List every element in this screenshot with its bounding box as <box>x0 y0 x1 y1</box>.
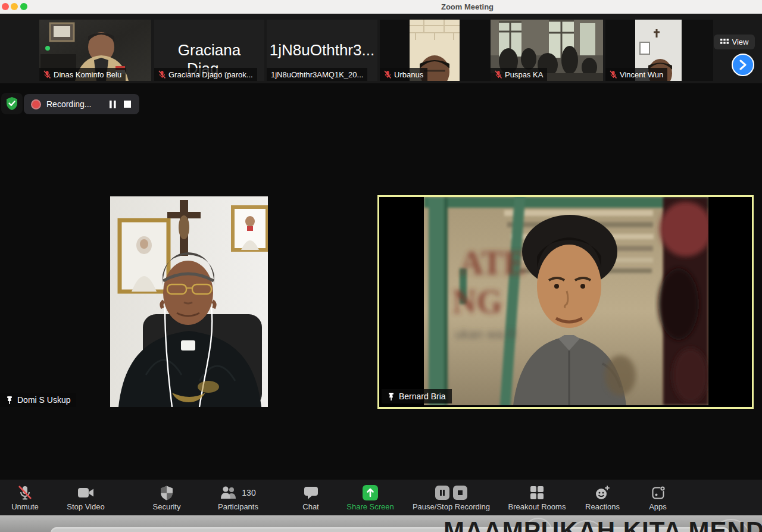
macos-titlebar: Zoom Meeting <box>0 0 762 14</box>
svg-text:NG: NG <box>452 283 502 320</box>
pause-stop-recording-label: Pause/Stop Recording <box>406 502 496 511</box>
bernard-video-illustration: ATE NG ukan wa R <box>424 197 708 405</box>
pause-stop-recording-button[interactable]: Pause/Stop Recording <box>406 484 496 511</box>
video-camera-icon <box>78 487 93 498</box>
participant-name: Vincent Wun <box>620 70 663 79</box>
zoom-window-button[interactable] <box>20 3 27 10</box>
recording-status-text: Recording... <box>46 99 102 109</box>
window-title: Zoom Meeting <box>408 2 527 11</box>
muted-mic-icon <box>158 70 165 79</box>
participant-name: Graciana Djago (parok... <box>168 70 253 79</box>
stop-recording-button[interactable] <box>123 99 132 109</box>
muted-mic-icon <box>495 70 502 79</box>
thumbnail-puspas-ka[interactable]: Puspas KA <box>491 20 603 81</box>
participants-count: 130 <box>242 488 255 497</box>
chat-bubble-icon <box>304 486 318 500</box>
background-window-band: MAAMPUKAH KITA MENDENGAR <box>0 515 762 532</box>
muted-mic-icon <box>384 70 391 79</box>
muted-microphone-icon <box>17 485 33 501</box>
muted-mic-icon <box>610 70 617 79</box>
svg-text:ATE: ATE <box>460 245 526 281</box>
thumbnail-urbanus[interactable]: Urbanus <box>380 20 491 81</box>
apps-button[interactable]: Apps <box>637 484 679 511</box>
next-participants-button[interactable] <box>732 54 754 76</box>
view-button[interactable]: View <box>714 35 755 49</box>
participant-name: 1jN8uOththr3AMQ1K_20... <box>271 70 363 79</box>
reactions-smiley-icon <box>595 486 610 500</box>
background-slide-caption: MAAMPUKAH KITA MENDENGAR <box>444 517 762 532</box>
participants-button[interactable]: 130 Participants <box>206 484 270 511</box>
reactions-label: Reactions <box>576 502 629 511</box>
chevron-right-icon <box>739 60 747 70</box>
thumbnail-name-pill: Dinas Kominfo Belu <box>39 68 126 81</box>
participants-label: Participants <box>206 502 270 511</box>
main-video-bernard-bria[interactable]: ATE NG ukan wa R <box>377 195 754 409</box>
stop-video-label: Stop Video <box>58 502 113 511</box>
participants-icon <box>220 486 238 499</box>
svg-text:ukan wa R: ukan wa R <box>455 327 517 342</box>
pause-icon <box>110 101 116 108</box>
thumbnail-name-pill: Vincent Wun <box>605 68 667 81</box>
video-participant-name: Bernard Bria <box>399 392 446 401</box>
minimize-window-button[interactable] <box>11 3 18 10</box>
thumbnail-name-pill: Urbanus <box>380 68 427 81</box>
zoom-meeting-window: { "window": { "title": "Zoom Meeting" },… <box>0 0 762 532</box>
participant-name: Puspas KA <box>505 70 543 79</box>
pin-icon <box>388 392 395 401</box>
chat-label: Chat <box>293 502 329 511</box>
video-participant-name: Domi S Uskup <box>17 395 70 405</box>
right-dark-area <box>658 197 708 405</box>
meeting-info-shield-button[interactable] <box>1 93 23 114</box>
breakout-rooms-icon <box>530 486 544 500</box>
security-shield-check-icon <box>5 96 18 111</box>
grid-view-icon <box>720 39 729 46</box>
view-button-label: View <box>732 37 749 46</box>
security-shield-icon <box>160 486 173 500</box>
breakout-rooms-button[interactable]: Breakout Rooms <box>498 484 576 511</box>
framed-portrait-left <box>120 220 168 292</box>
muted-mic-icon <box>43 70 51 79</box>
thumbnail-vincent-wun[interactable]: Vincent Wun <box>605 20 713 81</box>
apps-label: Apps <box>637 502 679 511</box>
chat-button[interactable]: Chat <box>293 484 329 511</box>
meeting-toolbar: Unmute Stop Video Security <box>0 480 762 515</box>
thumbnail-1jn8uoththr3[interactable]: 1jN8uOththr3... 1jN8uOththr3AMQ1K_20... <box>267 20 377 81</box>
thumbnail-name-pill: 1jN8uOththr3AMQ1K_20... <box>267 68 367 81</box>
domi-video-illustration <box>110 196 268 407</box>
share-screen-label: Share Screen <box>337 502 404 511</box>
participant-name: Dinas Kominfo Belu <box>54 70 121 79</box>
share-screen-button[interactable]: Share Screen <box>337 484 404 511</box>
security-label: Security <box>142 502 192 511</box>
share-screen-icon <box>363 485 378 500</box>
video-name-pill-domi: Domi S Uskup <box>0 393 76 407</box>
recording-indicator: Recording... <box>24 94 139 114</box>
thumbnail-display-name: 1jN8uOththr3... <box>267 41 377 60</box>
thumbnail-dinas-kominfo-belu[interactable]: Dinas Kominfo Belu <box>39 20 151 81</box>
unmute-button[interactable]: Unmute <box>4 484 46 511</box>
security-button[interactable]: Security <box>142 484 192 511</box>
thumbnail-graciana-djago[interactable]: Graciana Djag... Graciana Djago (parok..… <box>154 20 264 81</box>
participant-name: Urbanus <box>394 70 423 79</box>
main-video-domi-s-uskup[interactable] <box>110 196 268 407</box>
breakout-rooms-label: Breakout Rooms <box>498 502 576 511</box>
thumbnail-name-pill: Puspas KA <box>491 68 547 81</box>
close-window-button[interactable] <box>2 3 9 10</box>
recording-dot-icon <box>31 99 41 109</box>
stop-icon <box>124 101 131 108</box>
thumbnail-name-pill: Graciana Djago (parok... <box>154 68 257 81</box>
stop-recording-icon <box>453 486 467 500</box>
stop-video-button[interactable]: Stop Video <box>58 484 113 511</box>
apps-icon <box>651 486 665 500</box>
pause-recording-button[interactable] <box>108 99 117 109</box>
pause-recording-icon <box>435 486 449 500</box>
reactions-button[interactable]: Reactions <box>576 484 629 511</box>
video-name-pill-bernard: Bernard Bria <box>382 389 452 403</box>
unmute-label: Unmute <box>4 502 46 511</box>
pin-icon <box>6 396 13 405</box>
framed-portrait-right <box>233 207 267 250</box>
participant-thumbnail-strip: Dinas Kominfo Belu Graciana Djag... Grac… <box>0 14 762 83</box>
